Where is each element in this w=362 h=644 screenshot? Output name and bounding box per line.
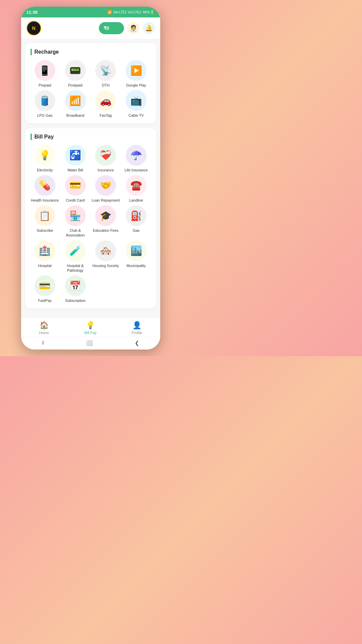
life-insurance-icon: ☂️: [126, 145, 146, 166]
bill-pay-item-insurance[interactable]: ❤️‍🩹 Insurance: [91, 145, 120, 172]
recent-apps-button[interactable]: ⦀: [42, 340, 44, 346]
postpaid-icon: 📟: [65, 60, 86, 81]
prepaid-icon: 📱: [35, 60, 55, 81]
bill-pay-item-hospital[interactable]: 🏥 Hospital: [31, 240, 60, 273]
education-fees-label: Education Fees: [93, 228, 118, 233]
balance-amount: ₹0: [104, 25, 109, 31]
bill-pay-item-landline[interactable]: ☎️ Landline: [122, 175, 151, 203]
credit-card-icon: 💳: [65, 175, 86, 196]
bill-pay-item-credit-card[interactable]: 💳 Credit Card: [61, 175, 90, 203]
water-bill-label: Water Bill: [67, 168, 83, 172]
recharge-item-broadband[interactable]: 📶 Broadband: [61, 90, 90, 118]
more3-label: Subscription: [65, 298, 85, 303]
bill-pay-item-housing-society[interactable]: 🏘️ Housing Society: [91, 240, 120, 273]
status-right: 📶 VoI·LTE1 VoI·LTE2 46%🔋: [107, 10, 155, 14]
bottom-nav: 🏠 Home 💡 Bill Pay 👤 Profile: [21, 317, 160, 337]
housing-society-icon: 🏘️: [95, 240, 116, 261]
life-insurance-label: Life Insurance: [125, 168, 148, 172]
bill-pay-item-education-fees[interactable]: 🎓 Education Fees: [91, 205, 120, 238]
bill-pay-item-subscribe[interactable]: 📋 Subscribe: [31, 205, 60, 238]
header-right: ₹0 + 🧑‍💼 🔔: [99, 22, 155, 34]
google-play-label: Google Play: [126, 83, 146, 88]
broadband-icon: 📶: [65, 90, 86, 111]
recharge-item-lpg-gas[interactable]: 🛢️ LPG Gas: [31, 90, 60, 118]
water-bill-icon: 🚰: [65, 145, 86, 166]
status-time: 11:38: [26, 10, 38, 15]
insurance-icon: ❤️‍🩹: [95, 145, 116, 166]
profile-nav-icon: 👤: [132, 321, 141, 330]
logo[interactable]: N: [26, 21, 41, 36]
bill-pay-item-health-insurance[interactable]: 💊 Health Insurance: [31, 175, 60, 203]
nav-item-bill-pay[interactable]: 💡 Bill Pay: [67, 321, 114, 335]
header: N ₹0 + 🧑‍💼 🔔: [21, 17, 160, 39]
credit-card-label: Credit Card: [66, 198, 85, 203]
nav-item-home[interactable]: 🏠 Home: [21, 321, 67, 335]
bill-pay-item-gas[interactable]: ⛽ Gas: [122, 205, 151, 238]
bill-pay-item-more2[interactable]: 💳 FastPay: [31, 275, 60, 303]
add-money-icon[interactable]: +: [111, 24, 119, 32]
bill-pay-item-electricity[interactable]: 💡 Electricity: [31, 145, 60, 172]
recharge-item-prepaid[interactable]: 📱 Prepaid: [31, 60, 60, 88]
bill-pay-grid: 💡 Electricity 🚰 Water Bill ❤️‍🩹 Insuranc…: [31, 145, 151, 303]
main-content: Recharge 📱 Prepaid 📟 Postpaid 📡 DTH ▶️ G…: [21, 39, 160, 317]
support-button[interactable]: 🧑‍💼: [127, 22, 139, 34]
home-button[interactable]: ⬜: [86, 340, 93, 346]
bill-pay-item-water-bill[interactable]: 🚰 Water Bill: [61, 145, 90, 172]
lpg-gas-label: LPG Gas: [37, 113, 52, 118]
housing-society-label: Housing Society: [93, 263, 119, 268]
bill-pay-item-more1[interactable]: 🏙️ Municipality: [122, 240, 151, 273]
more2-icon: 💳: [35, 275, 55, 296]
support-icon: 🧑‍💼: [130, 24, 137, 32]
postpaid-label: Postpaid: [68, 83, 82, 88]
lpg-gas-icon: 🛢️: [35, 90, 55, 111]
google-play-icon: ▶️: [126, 60, 146, 81]
recharge-item-google-play[interactable]: ▶️ Google Play: [122, 60, 151, 88]
bill-pay-nav-icon: 💡: [86, 321, 95, 330]
electricity-icon: 💡: [35, 145, 55, 166]
subscribe-label: Subscribe: [37, 228, 53, 233]
subscribe-icon: 📋: [35, 205, 55, 226]
more3-icon: 📅: [65, 275, 86, 296]
fastag-label: FasTag: [100, 113, 112, 118]
hospital-icon: 🏥: [35, 240, 55, 261]
insurance-label: Insurance: [98, 168, 114, 172]
bill-pay-item-hospital-pathology[interactable]: 🧪 Hospital & Pathology: [61, 240, 90, 273]
recharge-grid: 📱 Prepaid 📟 Postpaid 📡 DTH ▶️ Google Pla…: [31, 60, 151, 118]
gas-icon: ⛽: [126, 205, 146, 226]
recharge-item-fastag[interactable]: 🚗 FasTag: [91, 90, 120, 118]
bill-pay-item-life-insurance[interactable]: ☂️ Life Insurance: [122, 145, 151, 172]
health-insurance-icon: 💊: [35, 175, 55, 196]
more1-icon: 🏙️: [126, 240, 146, 261]
recharge-title: Recharge: [31, 49, 151, 55]
bill-pay-item-more3[interactable]: 📅 Subscription: [61, 275, 90, 303]
gas-label: Gas: [133, 228, 139, 233]
bill-pay-card: Bill Pay 💡 Electricity 🚰 Water Bill ❤️‍🩹…: [25, 128, 156, 309]
home-nav-icon: 🏠: [40, 321, 49, 330]
bill-pay-item-loan-repayment[interactable]: 🤝 Loan Repayment: [91, 175, 120, 203]
landline-label: Landline: [129, 198, 143, 203]
recharge-item-dth[interactable]: 📡 DTH: [91, 60, 120, 88]
balance-button[interactable]: ₹0 +: [99, 22, 124, 34]
profile-nav-label: Profile: [132, 331, 142, 335]
dth-label: DTH: [102, 83, 110, 88]
system-nav: ⦀ ⬜ ❮: [21, 337, 160, 350]
cable-tv-label: Cable TV: [128, 113, 144, 118]
signal-text: VoI·LTE1 VoI·LTE2: [113, 10, 141, 14]
bill-pay-nav-label: Bill Pay: [84, 331, 97, 335]
education-fees-icon: 🎓: [95, 205, 116, 226]
cable-tv-icon: 📺: [126, 90, 146, 111]
recharge-item-cable-tv[interactable]: 📺 Cable TV: [122, 90, 151, 118]
bill-pay-item-club-association[interactable]: 🏪 Club & Association: [61, 205, 90, 238]
bell-icon: 🔔: [145, 24, 153, 32]
bill-pay-title: Bill Pay: [31, 133, 151, 140]
more2-label: FastPay: [38, 298, 52, 303]
hospital-label: Hospital: [38, 263, 52, 268]
broadband-label: Broadband: [66, 113, 84, 118]
nav-item-profile[interactable]: 👤 Profile: [114, 321, 160, 335]
back-button[interactable]: ❮: [135, 340, 139, 346]
logo-text: N: [32, 25, 35, 31]
notification-button[interactable]: 🔔: [143, 22, 155, 34]
hospital-pathology-icon: 🧪: [65, 240, 86, 261]
hospital-pathology-label: Hospital & Pathology: [61, 263, 90, 273]
recharge-item-postpaid[interactable]: 📟 Postpaid: [61, 60, 90, 88]
